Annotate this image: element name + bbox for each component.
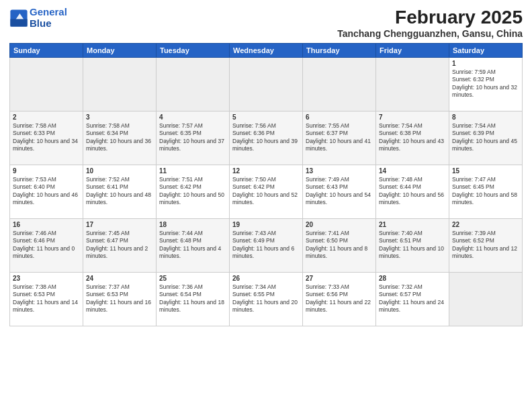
day-info: Sunrise: 7:51 AM Sunset: 6:42 PM Dayligh… bbox=[159, 176, 226, 207]
calendar-cell: 26Sunrise: 7:34 AM Sunset: 6:55 PM Dayli… bbox=[230, 273, 303, 326]
day-info: Sunrise: 7:45 AM Sunset: 6:47 PM Dayligh… bbox=[86, 230, 153, 261]
day-number: 6 bbox=[306, 113, 373, 121]
calendar-cell: 12Sunrise: 7:50 AM Sunset: 6:42 PM Dayli… bbox=[230, 165, 303, 219]
calendar-cell bbox=[230, 58, 303, 111]
svg-rect-2 bbox=[10, 19, 27, 26]
day-info: Sunrise: 7:56 AM Sunset: 6:36 PM Dayligh… bbox=[232, 122, 300, 153]
calendar-cell: 10Sunrise: 7:52 AM Sunset: 6:41 PM Dayli… bbox=[83, 165, 157, 219]
day-number: 7 bbox=[379, 113, 446, 121]
calendar-cell: 28Sunrise: 7:32 AM Sunset: 6:57 PM Dayli… bbox=[376, 273, 449, 326]
logo-general: General bbox=[30, 6, 67, 17]
calendar-cell bbox=[376, 58, 449, 111]
logo: General Blue bbox=[9, 7, 67, 29]
day-info: Sunrise: 7:34 AM Sunset: 6:55 PM Dayligh… bbox=[232, 283, 300, 314]
calendar-cell bbox=[303, 58, 376, 111]
weekday-header-tuesday: Tuesday bbox=[157, 44, 230, 58]
day-number: 17 bbox=[86, 221, 153, 228]
day-number: 23 bbox=[13, 275, 80, 282]
day-info: Sunrise: 7:36 AM Sunset: 6:54 PM Dayligh… bbox=[159, 283, 226, 314]
weekday-header-wednesday: Wednesday bbox=[230, 44, 303, 58]
day-info: Sunrise: 7:37 AM Sunset: 6:53 PM Dayligh… bbox=[86, 283, 153, 314]
day-info: Sunrise: 7:53 AM Sunset: 6:40 PM Dayligh… bbox=[13, 176, 80, 207]
calendar-cell: 20Sunrise: 7:41 AM Sunset: 6:50 PM Dayli… bbox=[303, 219, 376, 273]
calendar-cell: 14Sunrise: 7:48 AM Sunset: 6:44 PM Dayli… bbox=[376, 165, 449, 219]
calendar-cell: 15Sunrise: 7:47 AM Sunset: 6:45 PM Dayli… bbox=[449, 165, 523, 219]
logo-blue: Blue bbox=[30, 17, 52, 29]
day-number: 8 bbox=[452, 113, 519, 121]
day-number: 15 bbox=[452, 167, 519, 175]
calendar-cell: 27Sunrise: 7:33 AM Sunset: 6:56 PM Dayli… bbox=[303, 273, 376, 326]
day-info: Sunrise: 7:43 AM Sunset: 6:49 PM Dayligh… bbox=[232, 230, 300, 261]
day-info: Sunrise: 7:57 AM Sunset: 6:35 PM Dayligh… bbox=[159, 122, 226, 153]
weekday-header-monday: Monday bbox=[83, 44, 157, 58]
calendar-cell: 19Sunrise: 7:43 AM Sunset: 6:49 PM Dayli… bbox=[230, 219, 303, 273]
day-info: Sunrise: 7:48 AM Sunset: 6:44 PM Dayligh… bbox=[379, 176, 446, 207]
day-number: 18 bbox=[159, 221, 226, 228]
day-number: 26 bbox=[232, 275, 300, 282]
calendar-cell: 9Sunrise: 7:53 AM Sunset: 6:40 PM Daylig… bbox=[10, 165, 83, 219]
day-info: Sunrise: 7:49 AM Sunset: 6:43 PM Dayligh… bbox=[306, 176, 373, 207]
day-number: 16 bbox=[13, 221, 80, 228]
calendar-cell: 11Sunrise: 7:51 AM Sunset: 6:42 PM Dayli… bbox=[157, 165, 230, 219]
calendar-cell: 5Sunrise: 7:56 AM Sunset: 6:36 PM Daylig… bbox=[230, 111, 303, 165]
calendar-cell: 25Sunrise: 7:36 AM Sunset: 6:54 PM Dayli… bbox=[157, 273, 230, 326]
day-number: 5 bbox=[232, 113, 300, 121]
calendar-cell: 3Sunrise: 7:58 AM Sunset: 6:34 PM Daylig… bbox=[83, 111, 157, 165]
day-number: 20 bbox=[306, 221, 373, 228]
day-info: Sunrise: 7:47 AM Sunset: 6:45 PM Dayligh… bbox=[452, 176, 519, 207]
calendar-cell: 1Sunrise: 7:59 AM Sunset: 6:32 PM Daylig… bbox=[449, 58, 523, 111]
weekday-header-sunday: Sunday bbox=[10, 44, 83, 58]
day-number: 25 bbox=[159, 275, 226, 282]
day-number: 14 bbox=[379, 167, 446, 175]
calendar-cell bbox=[83, 58, 157, 111]
day-number: 1 bbox=[452, 60, 519, 67]
calendar-cell bbox=[10, 58, 83, 111]
day-number: 28 bbox=[379, 275, 446, 282]
day-number: 11 bbox=[159, 167, 226, 175]
day-info: Sunrise: 7:52 AM Sunset: 6:41 PM Dayligh… bbox=[86, 176, 153, 207]
header-row: SundayMondayTuesdayWednesdayThursdayFrid… bbox=[10, 44, 523, 58]
page-title: February 2025 bbox=[337, 7, 523, 28]
day-number: 27 bbox=[306, 275, 373, 282]
day-info: Sunrise: 7:58 AM Sunset: 6:34 PM Dayligh… bbox=[86, 122, 153, 153]
day-number: 19 bbox=[232, 221, 300, 228]
day-number: 3 bbox=[86, 113, 153, 121]
weekday-header-friday: Friday bbox=[376, 44, 449, 58]
title-block: February 2025 Tanchang Chengguanzhen, Ga… bbox=[337, 7, 523, 39]
week-row-0: 1Sunrise: 7:59 AM Sunset: 6:32 PM Daylig… bbox=[10, 58, 523, 111]
calendar-cell: 8Sunrise: 7:54 AM Sunset: 6:39 PM Daylig… bbox=[449, 111, 523, 165]
calendar-cell: 22Sunrise: 7:39 AM Sunset: 6:52 PM Dayli… bbox=[449, 219, 523, 273]
day-number: 4 bbox=[159, 113, 226, 121]
week-row-1: 2Sunrise: 7:58 AM Sunset: 6:33 PM Daylig… bbox=[10, 111, 523, 165]
calendar-cell: 2Sunrise: 7:58 AM Sunset: 6:33 PM Daylig… bbox=[10, 111, 83, 165]
weekday-header-saturday: Saturday bbox=[449, 44, 523, 58]
page: General Blue February 2025 Tanchang Chen… bbox=[0, 0, 532, 411]
calendar-cell: 24Sunrise: 7:37 AM Sunset: 6:53 PM Dayli… bbox=[83, 273, 157, 326]
week-row-3: 16Sunrise: 7:46 AM Sunset: 6:46 PM Dayli… bbox=[10, 219, 523, 273]
day-number: 24 bbox=[86, 275, 153, 282]
calendar-cell: 17Sunrise: 7:45 AM Sunset: 6:47 PM Dayli… bbox=[83, 219, 157, 273]
day-number: 12 bbox=[232, 167, 300, 175]
day-info: Sunrise: 7:54 AM Sunset: 6:39 PM Dayligh… bbox=[452, 122, 519, 153]
day-number: 13 bbox=[306, 167, 373, 175]
calendar-cell: 18Sunrise: 7:44 AM Sunset: 6:48 PM Dayli… bbox=[157, 219, 230, 273]
calendar-table: SundayMondayTuesdayWednesdayThursdayFrid… bbox=[9, 43, 523, 326]
day-info: Sunrise: 7:33 AM Sunset: 6:56 PM Dayligh… bbox=[306, 283, 373, 314]
logo-icon bbox=[9, 9, 28, 28]
day-number: 10 bbox=[86, 167, 153, 175]
calendar-cell bbox=[157, 58, 230, 111]
calendar-cell: 13Sunrise: 7:49 AM Sunset: 6:43 PM Dayli… bbox=[303, 165, 376, 219]
calendar-cell: 23Sunrise: 7:38 AM Sunset: 6:53 PM Dayli… bbox=[10, 273, 83, 326]
day-info: Sunrise: 7:39 AM Sunset: 6:52 PM Dayligh… bbox=[452, 230, 519, 261]
logo-text: General Blue bbox=[30, 7, 67, 29]
day-info: Sunrise: 7:32 AM Sunset: 6:57 PM Dayligh… bbox=[379, 283, 446, 314]
day-number: 22 bbox=[452, 221, 519, 228]
day-info: Sunrise: 7:58 AM Sunset: 6:33 PM Dayligh… bbox=[13, 122, 80, 153]
day-number: 21 bbox=[379, 221, 446, 228]
calendar-cell: 7Sunrise: 7:54 AM Sunset: 6:38 PM Daylig… bbox=[376, 111, 449, 165]
page-subtitle: Tanchang Chengguanzhen, Gansu, China bbox=[337, 28, 523, 39]
week-row-4: 23Sunrise: 7:38 AM Sunset: 6:53 PM Dayli… bbox=[10, 273, 523, 326]
weekday-header-thursday: Thursday bbox=[303, 44, 376, 58]
calendar-cell: 16Sunrise: 7:46 AM Sunset: 6:46 PM Dayli… bbox=[10, 219, 83, 273]
day-info: Sunrise: 7:41 AM Sunset: 6:50 PM Dayligh… bbox=[306, 230, 373, 261]
